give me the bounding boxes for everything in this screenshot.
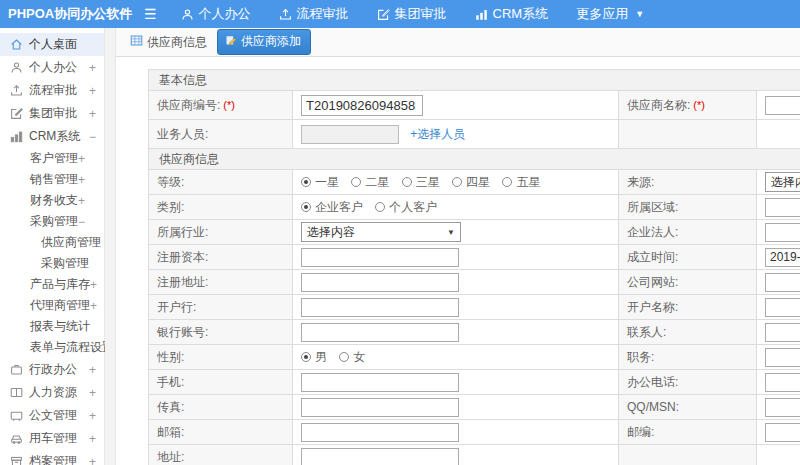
label-fax: 传真:: [149, 395, 293, 420]
sidebar-item-workflow-approval[interactable]: 流程审批 +: [0, 79, 104, 102]
expand-plus-icon[interactable]: +: [89, 409, 96, 423]
legal-person-input[interactable]: [765, 223, 800, 242]
reg-capital-input[interactable]: [301, 248, 459, 267]
supplier-no-input[interactable]: [301, 95, 423, 116]
sidebar-item-purchase-mgmt[interactable]: 采购管理 −: [0, 211, 104, 232]
radio-icon: [375, 202, 385, 212]
radio-level-2star[interactable]: 二星: [351, 174, 389, 191]
sidebar-item-finance[interactable]: 财务收支 +: [0, 190, 104, 211]
nav-item-crm-system[interactable]: CRM系统: [475, 5, 549, 23]
expand-plus-icon[interactable]: +: [89, 363, 96, 377]
business-staff-input[interactable]: [301, 125, 399, 144]
address-input[interactable]: [301, 448, 459, 465]
radio-level-1star[interactable]: 一星: [301, 174, 339, 191]
label-address: 地址:: [149, 445, 293, 465]
sidebar-item-sales-mgmt[interactable]: 销售管理 +: [0, 169, 104, 190]
bank-account-input[interactable]: [301, 323, 459, 342]
radio-level-4star[interactable]: 四星: [452, 174, 490, 191]
email-input[interactable]: [301, 423, 459, 442]
sidebar-item-archive-mgmt[interactable]: 档案管理 +: [0, 450, 104, 465]
sidebar-item-form-flow-settings[interactable]: 表单与流程设置 +: [0, 337, 104, 358]
upload-icon: [279, 8, 292, 21]
office-phone-input[interactable]: [765, 373, 800, 392]
label-establish-date: 成立时间:: [619, 245, 757, 270]
sidebar-item-document-mgmt[interactable]: 公文管理 +: [0, 404, 104, 427]
collapse-minus-icon[interactable]: −: [89, 130, 96, 144]
tab-supplier-info[interactable]: 供应商信息: [130, 34, 207, 51]
category-radio-group: 企业客户 个人客户: [293, 195, 619, 220]
radio-gender-male[interactable]: 男: [301, 349, 327, 366]
expand-plus-icon[interactable]: +: [89, 386, 96, 400]
sidebar-item-supplier-mgmt[interactable]: 供应商管理: [0, 232, 104, 253]
select-staff-link[interactable]: +选择人员: [410, 127, 465, 141]
sidebar-item-crm-system[interactable]: CRM系统 −: [0, 125, 104, 148]
sidebar-item-product-inventory[interactable]: 产品与库存 +: [0, 274, 104, 295]
expand-plus-icon[interactable]: +: [78, 173, 85, 187]
website-input[interactable]: [765, 273, 800, 292]
industry-select[interactable]: 选择内容▼: [301, 222, 461, 242]
section-title-basic-info: 基本信息: [149, 70, 800, 91]
qq-msn-input[interactable]: [765, 398, 800, 417]
account-name-input[interactable]: [765, 298, 800, 317]
tab-supplier-add[interactable]: 供应商添加: [217, 29, 311, 55]
region-input[interactable]: [765, 198, 800, 217]
sidebar-item-purchasing[interactable]: 采购管理: [0, 253, 104, 274]
sidebar-item-admin-office[interactable]: 行政办公 +: [0, 358, 104, 381]
expand-plus-icon[interactable]: +: [78, 194, 85, 208]
nav-item-personal-office[interactable]: 个人办公: [181, 5, 251, 23]
label-supplier-name: 供应商名称:(*): [619, 91, 757, 120]
nav-item-group-approval[interactable]: 集团审批: [377, 5, 447, 23]
label-business-staff: 业务人员:: [149, 120, 293, 149]
fax-input[interactable]: [301, 398, 459, 417]
radio-checked-icon: [301, 177, 311, 187]
radio-gender-female[interactable]: 女: [339, 349, 365, 366]
upload-icon: [9, 84, 23, 98]
expand-plus-icon[interactable]: +: [89, 84, 96, 98]
label-source: 来源:: [619, 170, 757, 195]
radio-enterprise-customer[interactable]: 企业客户: [301, 199, 363, 216]
radio-level-5star[interactable]: 五星: [502, 174, 540, 191]
label-contact: 联系人:: [619, 320, 757, 345]
expand-plus-icon[interactable]: +: [89, 432, 96, 446]
label-bank: 开户行:: [149, 295, 293, 320]
sidebar-item-customer-mgmt[interactable]: 客户管理 +: [0, 148, 104, 169]
label-email: 邮箱:: [149, 420, 293, 445]
source-select[interactable]: 选择内容▼: [765, 172, 800, 192]
caret-down-icon: ▼: [635, 9, 644, 19]
mobile-input[interactable]: [301, 373, 459, 392]
top-nav-menu: 个人办公 流程审批 集团审批 CRM系统 更多应用 ▼: [181, 5, 673, 23]
bank-input[interactable]: [301, 298, 459, 317]
radio-level-3star[interactable]: 三星: [402, 174, 440, 191]
sidebar-item-personal-office[interactable]: 个人办公 +: [0, 56, 104, 79]
sidebar-item-reports-stats[interactable]: 报表与统计: [0, 316, 104, 337]
sidebar-item-personal-desktop[interactable]: 个人桌面: [0, 33, 104, 56]
reg-address-input[interactable]: [301, 273, 459, 292]
briefcase-icon: [9, 363, 23, 377]
user-icon: [181, 8, 194, 21]
expand-plus-icon[interactable]: +: [90, 299, 97, 313]
radio-individual-customer[interactable]: 个人客户: [375, 199, 437, 216]
expand-plus-icon[interactable]: +: [89, 61, 96, 75]
expand-plus-icon[interactable]: +: [89, 455, 96, 465]
position-input[interactable]: [765, 348, 800, 367]
zipcode-input[interactable]: [765, 423, 800, 442]
sidebar-splitter[interactable]: [105, 28, 116, 465]
expand-plus-icon[interactable]: +: [78, 152, 85, 166]
establish-date-input[interactable]: [765, 248, 800, 267]
supplier-name-input[interactable]: [765, 96, 800, 115]
nav-item-more-apps[interactable]: 更多应用 ▼: [576, 5, 644, 23]
sidebar-item-group-approval[interactable]: 集团审批 +: [0, 102, 104, 125]
expand-plus-icon[interactable]: +: [90, 278, 97, 292]
menu-toggle-icon[interactable]: ☰: [144, 0, 157, 28]
contact-input[interactable]: [765, 323, 800, 342]
expand-plus-icon[interactable]: +: [89, 107, 96, 121]
collapse-minus-icon[interactable]: −: [78, 215, 85, 229]
gender-radio-group: 男 女: [293, 345, 619, 370]
nav-item-workflow-approval[interactable]: 流程审批: [279, 5, 349, 23]
sidebar-item-human-resources[interactable]: 人力资源 +: [0, 381, 104, 404]
archive-icon: [9, 455, 23, 465]
label-office-phone: 办公电话:: [619, 370, 757, 395]
radio-icon: [402, 177, 412, 187]
sidebar-item-vehicle-mgmt[interactable]: 用车管理 +: [0, 427, 104, 450]
sidebar-item-agent-mgmt[interactable]: 代理商管理 +: [0, 295, 104, 316]
